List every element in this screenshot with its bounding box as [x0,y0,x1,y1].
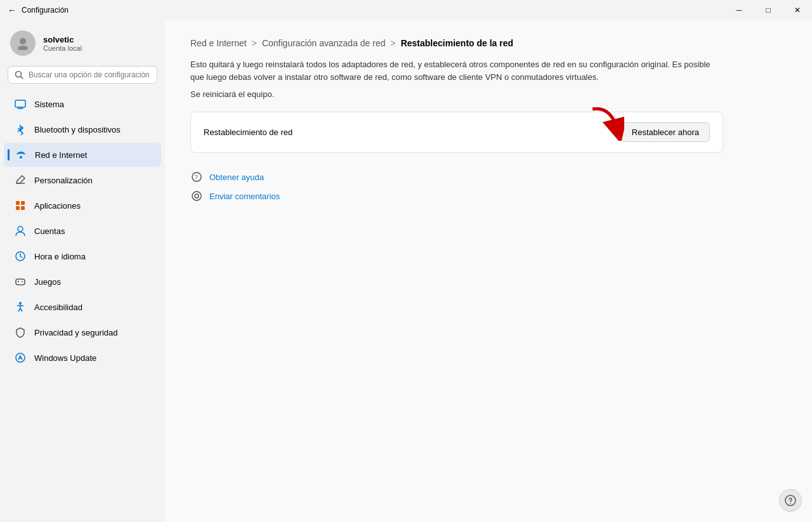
svg-point-36 [790,503,791,504]
svg-point-22 [22,281,23,282]
svg-line-26 [18,308,20,311]
system-icon [14,98,27,110]
svg-point-15 [18,226,23,232]
user-type: Cuenta local [43,44,82,52]
sidebar-label-sistema: Sistema [34,100,64,109]
svg-point-33 [192,192,201,200]
feedback-label: Enviar comentarios [209,192,280,201]
help-link[interactable]: ? Obtener ayuda [190,171,723,183]
arrow-annotation [586,106,624,141]
sidebar-item-bluetooth[interactable]: Bluetooth y dispositivos [4,117,161,141]
search-box[interactable] [8,66,157,84]
svg-rect-19 [16,279,25,285]
titlebar-title: Configuración [22,6,69,15]
app-container: solvetic Cuenta local Sist [0,20,812,522]
sidebar-item-hora[interactable]: Hora e idioma [4,244,161,268]
sidebar-label-bluetooth: Bluetooth y dispositivos [34,125,121,134]
bluetooth-icon [14,123,27,136]
svg-line-27 [20,308,22,311]
sidebar-item-juegos[interactable]: Juegos [4,270,161,294]
avatar [10,30,36,56]
sidebar-label-personaliz: Personalización [34,176,93,185]
sidebar: solvetic Cuenta local Sist [0,20,165,522]
sidebar-item-accesibilidad[interactable]: Accesibilidad [4,295,161,319]
close-button[interactable]: ✕ [783,0,812,20]
svg-line-3 [21,77,23,79]
sidebar-item-cuentas[interactable]: Cuentas [4,219,161,243]
svg-point-9 [20,156,22,159]
clock-icon [14,250,27,263]
description-text: Esto quitará y luego reinstalará todos l… [190,58,723,83]
svg-point-28 [16,353,25,362]
sidebar-label-cuentas: Cuentas [34,226,65,236]
breadcrumb-sep1: > [252,38,257,48]
apps-icon [14,199,27,212]
maximize-button[interactable]: □ [754,0,783,20]
svg-rect-4 [15,100,25,107]
feedback-link[interactable]: Enviar comentarios [190,190,723,202]
user-name: solvetic [43,35,82,44]
help-icon: ? [190,171,203,183]
minimize-button[interactable]: ─ [724,0,754,20]
shield-icon [14,326,27,339]
titlebar: ← Configuración ─ □ ✕ [0,0,812,20]
breadcrumb-sep2: > [391,38,396,48]
user-info: solvetic Cuenta local [43,35,82,52]
svg-point-23 [19,302,22,304]
search-input[interactable] [29,70,150,79]
reset-card-label: Restablecimiento de red [204,127,292,137]
svg-rect-12 [21,201,25,205]
titlebar-controls: ─ □ ✕ [724,0,812,20]
svg-line-18 [20,256,22,258]
breadcrumb-current: Restablecimiento de la red [401,38,513,48]
back-icon[interactable]: ← [8,5,16,15]
main-content: Red e Internet > Configuración avanzada … [165,20,812,522]
svg-point-34 [195,194,199,198]
svg-rect-11 [16,201,20,205]
sidebar-label-hora: Hora e idioma [34,252,86,261]
svg-point-1 [18,46,28,50]
sidebar-label-red: Red e Internet [35,150,87,160]
sidebar-item-winupdate[interactable]: Windows Update [4,346,161,370]
titlebar-left: ← Configuración [8,5,69,15]
links-section: ? Obtener ayuda Enviar comentarios [190,171,723,202]
breadcrumb-part2[interactable]: Configuración avanzada de red [262,38,386,48]
breadcrumb-part1[interactable]: Red e Internet [190,38,247,48]
help-label: Obtener ayuda [209,173,264,182]
sidebar-label-apps: Aplicaciones [34,201,81,211]
user-section: solvetic Cuenta local [0,20,165,63]
svg-point-0 [20,38,26,44]
sidebar-label-accesibilidad: Accesibilidad [34,303,82,312]
active-indicator [8,149,10,160]
svg-rect-13 [16,206,20,210]
search-icon [15,70,23,79]
sidebar-item-sistema[interactable]: Sistema [4,92,161,116]
feedback-icon [190,190,203,202]
winupdate-icon [14,351,27,364]
svg-text:?: ? [195,173,198,181]
sidebar-item-red[interactable]: Red e Internet [4,143,161,167]
restart-note: Se reiniciará el equipo. [190,89,787,99]
breadcrumb: Red e Internet > Configuración avanzada … [190,38,787,48]
person-icon [14,225,27,237]
sidebar-label-juegos: Juegos [34,277,61,287]
pencil-icon [14,174,27,186]
reset-card: Restablecimiento de red Restablecer ahor… [190,112,723,153]
access-icon [14,301,27,313]
sidebar-item-apps[interactable]: Aplicaciones [4,193,161,218]
sidebar-label-privacidad: Privacidad y seguridad [34,328,118,337]
sidebar-label-winupdate: Windows Update [34,353,96,363]
svg-rect-14 [21,206,25,210]
svg-point-35 [785,495,796,506]
network-icon [15,148,27,161]
sidebar-item-privacidad[interactable]: Privacidad y seguridad [4,320,161,344]
gamepad-icon [14,275,27,288]
reset-now-button[interactable]: Restablecer ahora [621,122,710,142]
sidebar-item-personaliz[interactable]: Personalización [4,168,161,192]
bottom-help-button[interactable] [779,489,802,512]
